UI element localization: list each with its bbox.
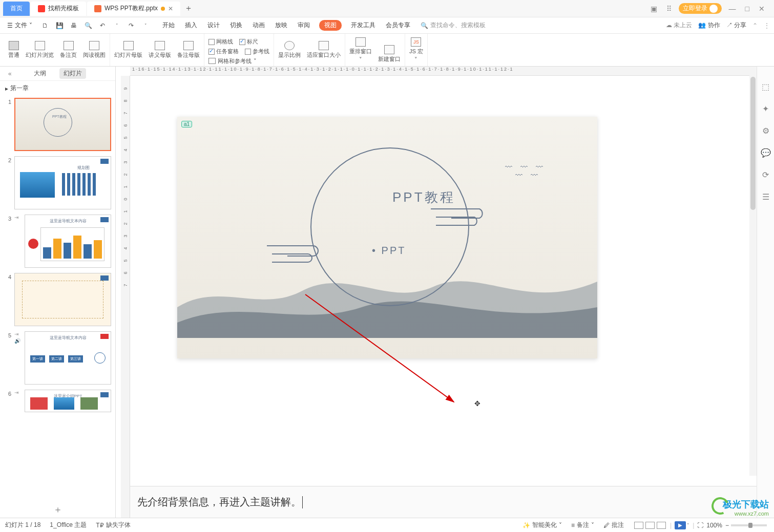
apps-icon[interactable]: ⠿ [664, 5, 674, 13]
ppt-icon [94, 5, 101, 12]
menu-slideshow[interactable]: 放映 [274, 20, 288, 31]
panel-collapse-icon[interactable]: « [4, 69, 16, 78]
outline-tab[interactable]: 大纲 [30, 68, 50, 79]
font-icon: T₽ [96, 522, 103, 529]
menu-member[interactable]: 会员专享 [385, 20, 411, 31]
qa-undo-dd[interactable]: ˅ [112, 23, 121, 28]
reading-layout-icon[interactable]: ▣ [649, 5, 659, 13]
vertical-scrollbar[interactable] [749, 67, 757, 476]
maximize-button[interactable]: □ [743, 5, 751, 13]
add-slide-button[interactable]: ＋ [0, 501, 115, 518]
thumbnail-list[interactable]: 1PPT教程 2规划图 3⇥这里是导航文本内容 4 5⇥🔊这里是导航文本内容第一… [0, 96, 115, 501]
thumb-1[interactable]: 1PPT教程 [4, 98, 111, 151]
cloud-status[interactable]: ☁ 未上云 [666, 21, 692, 30]
thumb-3[interactable]: 3⇥这里是导航文本内容 [4, 215, 111, 268]
thumb-4[interactable]: 4 [4, 273, 111, 326]
menu-insert[interactable]: 插入 [184, 20, 198, 31]
tab-document[interactable]: WPS PPT教程.pptx ✕ [87, 2, 180, 16]
menu-devtools[interactable]: 开发工具 [350, 20, 376, 31]
new-window-button[interactable]: 新建窗口 [378, 45, 401, 63]
qa-redo-dd[interactable]: ˅ [141, 23, 150, 28]
fit-icon[interactable]: ⛶ [697, 522, 703, 529]
view-sorter-icon[interactable] [645, 522, 655, 529]
ribbon-collapse-icon[interactable]: ⌃ [752, 22, 758, 29]
add-tab-button[interactable]: ＋ [181, 3, 196, 14]
zoom-value[interactable]: 100% [706, 522, 722, 529]
qa-undo-icon[interactable]: ↶ [98, 22, 107, 29]
comments-toggle[interactable]: 🖉 批注 [603, 521, 624, 529]
menu-review[interactable]: 审阅 [297, 20, 311, 31]
gridlines-checkbox[interactable]: 网格线 [208, 38, 233, 46]
rail-resource-icon[interactable]: ☰ [762, 192, 769, 202]
view-sorter-button[interactable]: 幻灯片浏览 [26, 41, 54, 59]
beautify-button[interactable]: ✨ 智能美化 ˅ [522, 521, 562, 529]
missing-font-button[interactable]: T₽缺失字体 [96, 521, 130, 529]
tab-close-icon[interactable]: ✕ [168, 5, 173, 12]
arrange-windows-button[interactable]: 重排窗口 ˅ [349, 37, 372, 63]
tab-home[interactable]: 首页 [3, 2, 30, 16]
zoom-out-button[interactable]: − [725, 522, 729, 529]
share-button[interactable]: ↗ 分享 [726, 21, 746, 30]
notes-pane[interactable]: 先介绍背景信息，再进入主题讲解。 [130, 486, 757, 518]
menu-transition[interactable]: 切换 [229, 20, 243, 31]
menu-design[interactable]: 设计 [206, 20, 221, 31]
slideshow-dd[interactable]: ˅ [687, 523, 689, 528]
qa-save-icon[interactable]: 💾 [55, 22, 64, 29]
rail-feedback-icon[interactable]: 💬 [761, 148, 771, 158]
file-menu-label: 文件 [15, 21, 27, 30]
taskpane-checkbox[interactable]: 任务窗格 [208, 48, 239, 55]
menu-start[interactable]: 开始 [161, 20, 176, 31]
menu-animation[interactable]: 动画 [252, 20, 266, 31]
avatar-icon [709, 5, 718, 13]
view-normal-button[interactable]: 普通 [8, 41, 19, 59]
command-search[interactable]: 🔍 查找命令、搜索模板 [421, 21, 486, 30]
qa-redo-icon[interactable]: ↷ [127, 22, 136, 29]
view-reading-icon[interactable] [657, 522, 666, 529]
slide-subtitle: • PPT [372, 245, 406, 257]
slide-master-button[interactable]: 幻灯片母版 [114, 41, 142, 59]
rail-select-icon[interactable]: ⬚ [762, 82, 769, 92]
qa-preview-icon[interactable]: 🔍 [83, 22, 93, 29]
more-menu-icon[interactable]: ⋮ [764, 22, 770, 29]
slideshow-button[interactable]: ▶ [675, 521, 686, 529]
rail-animation-icon[interactable]: ⟳ [762, 170, 769, 180]
login-button[interactable]: 立即登录 [679, 3, 722, 14]
view-normal-icon[interactable] [634, 522, 643, 529]
qa-new-icon[interactable]: 🗋 [40, 22, 50, 29]
cloud-left-icon [264, 240, 326, 264]
view-reading-button[interactable]: 阅读视图 [83, 41, 106, 59]
js-macro-button[interactable]: JSJS 宏 ˅ [409, 37, 423, 63]
canvas-area: 1·16·1·15·1·14·1·13·1·12·1·11·1·10·1·9·1… [116, 67, 757, 518]
theme-name[interactable]: 1_Office 主题 [50, 521, 87, 529]
slide-position: 幻灯片 1 / 18 [5, 521, 40, 529]
zoom-slider[interactable] [731, 524, 767, 526]
minimize-button[interactable]: — [727, 5, 738, 13]
menu-view[interactable]: 视图 [319, 20, 342, 31]
scroll-thumb[interactable] [750, 77, 756, 210]
tab-document-label: WPS PPT教程.pptx [104, 4, 158, 13]
handout-master-button[interactable]: 讲义母版 [149, 41, 171, 59]
grid-settings-button[interactable]: 网格和参考线 ˅ [208, 57, 257, 65]
rail-style-icon[interactable]: ✦ [762, 104, 769, 114]
thumb-5[interactable]: 5⇥🔊这里是导航文本内容第一讲第二讲第三讲 [4, 331, 111, 385]
ruler-checkbox[interactable]: 标尺 [239, 38, 258, 46]
slide-canvas[interactable]: a1 PPT教程 • PPT 〰 〰 〰 〰 〰 [177, 117, 597, 358]
section-header[interactable]: ▸ 第一章 [0, 81, 115, 96]
slides-tab[interactable]: 幻灯片 [59, 68, 86, 79]
quick-access: 🗋 💾 🖶 🔍 ↶ ˅ ↷ ˅ [40, 22, 150, 29]
ruler-vertical: 98765432101234567 [121, 76, 130, 518]
fit-window-button[interactable]: 适应窗口大小 [307, 41, 341, 59]
close-window-button[interactable]: ✕ [757, 5, 767, 13]
thumb-2[interactable]: 2规划图 [4, 156, 111, 209]
zoom-ratio-button[interactable]: 显示比例 [278, 41, 301, 59]
notes-master-button[interactable]: 备注母版 [177, 41, 200, 59]
rail-settings-icon[interactable]: ⚙ [762, 126, 769, 136]
tab-template[interactable]: 找稻壳模板 [31, 2, 86, 16]
qa-print-icon[interactable]: 🖶 [69, 22, 78, 29]
collab-button[interactable]: 👥 协作 [698, 21, 720, 30]
guides-checkbox[interactable]: 参考线 [245, 48, 269, 55]
file-menu[interactable]: ☰ 文件 ˅ [4, 20, 35, 31]
view-notes-button[interactable]: 备注页 [60, 41, 77, 59]
thumb-6[interactable]: 6⇥这里是介绍PPT [4, 390, 111, 412]
notes-toggle[interactable]: ≡ 备注 ˅ [571, 521, 594, 529]
